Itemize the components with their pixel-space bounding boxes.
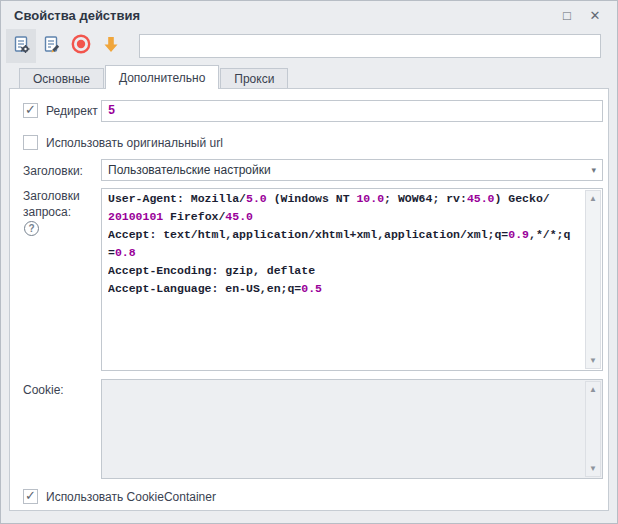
use-original-url-checkbox[interactable]	[23, 135, 38, 150]
record-icon	[70, 33, 92, 59]
headers-preset-value: Пользовательские настройки	[108, 163, 271, 177]
cookie-textarea[interactable]: ▲ ▼	[101, 379, 603, 479]
request-headers-scrollbar[interactable]: ▲ ▼	[585, 190, 601, 369]
close-button[interactable]: ✕	[585, 5, 605, 25]
advanced-tab-panel: Редирект Использовать оригинальный url З…	[9, 88, 609, 511]
chevron-down-icon: ▾	[591, 165, 596, 175]
request-headers-label-line2: запроса:	[23, 205, 71, 219]
cookie-label: Cookie:	[23, 383, 64, 397]
scroll-up-icon[interactable]: ▲	[586, 382, 600, 397]
script-edit-button[interactable]	[36, 29, 66, 63]
help-icon[interactable]: ?	[24, 221, 39, 236]
cookie-scrollbar[interactable]: ▲ ▼	[585, 381, 601, 477]
tab-bar: Основные Дополнительно Прокси	[9, 65, 609, 89]
scroll-down-icon[interactable]: ▼	[586, 353, 600, 368]
cookie-text	[102, 380, 585, 478]
action-properties-dialog: Свойства действия □ ✕	[0, 0, 618, 524]
request-headers-text: User-Agent: Mozilla/5.0 (Windows NT 10.0…	[102, 189, 585, 370]
script-settings-icon	[12, 35, 31, 58]
script-edit-icon	[42, 35, 61, 58]
request-headers-textarea[interactable]: User-Agent: Mozilla/5.0 (Windows NT 10.0…	[101, 188, 603, 371]
request-headers-label-line1: Заголовки	[23, 189, 80, 203]
titlebar: Свойства действия □ ✕	[1, 1, 617, 29]
download-button[interactable]	[96, 29, 126, 63]
tab-advanced[interactable]: Дополнительно	[105, 65, 219, 89]
use-cookie-container-label: Использовать CookieContainer	[46, 490, 216, 504]
window-title: Свойства действия	[14, 8, 140, 23]
window-buttons: □ ✕	[557, 5, 605, 25]
script-settings-button[interactable]	[6, 29, 36, 63]
headers-preset-label: Заголовки:	[23, 164, 83, 178]
tab-main[interactable]: Основные	[19, 68, 104, 89]
scroll-up-icon[interactable]: ▲	[586, 191, 600, 206]
toolbar	[1, 29, 617, 63]
tab-proxy[interactable]: Прокси	[220, 68, 288, 89]
use-cookie-container-checkbox[interactable]	[23, 489, 38, 504]
redirect-count-input[interactable]	[101, 100, 603, 122]
record-button[interactable]	[66, 29, 96, 63]
headers-preset-select[interactable]: Пользовательские настройки ▾	[101, 159, 603, 181]
maximize-button[interactable]: □	[557, 5, 577, 25]
use-original-url-label: Использовать оригинальный url	[46, 136, 223, 150]
redirect-checkbox[interactable]	[23, 103, 38, 118]
scroll-down-icon[interactable]: ▼	[586, 461, 600, 476]
arrow-down-icon	[101, 34, 121, 58]
toolbar-input[interactable]	[139, 34, 601, 58]
redirect-label: Редирект	[46, 104, 98, 118]
